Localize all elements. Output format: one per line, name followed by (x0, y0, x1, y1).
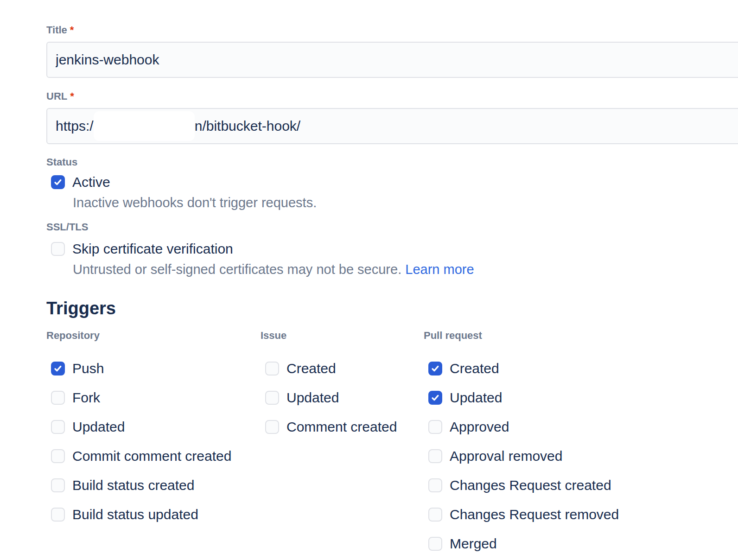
active-checkbox-row[interactable]: Active (46, 173, 738, 191)
issue-column: Issue Created Updated Comment created (261, 330, 424, 560)
repository-fork-label: Fork (72, 389, 100, 406)
repository-fork-checkbox[interactable] (51, 391, 65, 405)
repository-push-label: Push (72, 360, 104, 377)
pull-request-created-row[interactable]: Created (424, 360, 738, 377)
repository-build-status-created-checkbox[interactable] (51, 478, 65, 492)
pull-request-approval-removed-checkbox[interactable] (428, 449, 442, 463)
pull-request-approved-checkbox[interactable] (428, 420, 442, 434)
title-input[interactable] (46, 42, 738, 78)
issue-comment-created-checkbox[interactable] (265, 420, 279, 434)
repository-commit-comment-created-checkbox[interactable] (51, 449, 65, 463)
pull-request-merged-row[interactable]: Merged (424, 535, 738, 553)
repository-fork-row[interactable]: Fork (46, 389, 261, 407)
title-label-text: Title (46, 25, 67, 36)
pull-request-column: Pull request Created Updated Approved (424, 330, 738, 560)
redacted-url-segment (94, 111, 195, 141)
issue-updated-label: Updated (286, 389, 339, 406)
pull-request-changes-request-removed-label: Changes Request removed (450, 506, 619, 523)
skip-cert-verification-label: Skip certificate verification (72, 241, 233, 257)
issue-updated-checkbox[interactable] (265, 391, 279, 405)
repository-updated-label: Updated (72, 419, 125, 435)
status-helper-text: Inactive webhooks don't trigger requests… (46, 195, 738, 210)
pull-request-updated-checkbox[interactable] (428, 391, 442, 405)
pull-request-updated-label: Updated (450, 389, 502, 406)
pull-request-changes-request-removed-checkbox[interactable] (428, 508, 442, 522)
issue-comment-created-row[interactable]: Comment created (261, 418, 424, 436)
url-label: URL * (46, 91, 738, 102)
repository-build-status-updated-row[interactable]: Build status updated (46, 506, 261, 523)
repository-updated-checkbox[interactable] (51, 420, 65, 434)
url-field-group: URL * https:/ n/bitbucket-hook/ (46, 91, 738, 144)
url-value-suffix: n/bitbucket-hook/ (195, 118, 300, 134)
repository-build-status-created-row[interactable]: Build status created (46, 477, 261, 494)
ssl-helper-text: Untrusted or self-signed certificates ma… (46, 261, 738, 277)
repository-commit-comment-created-row[interactable]: Commit comment created (46, 447, 261, 465)
pull-request-created-checkbox[interactable] (428, 362, 442, 375)
checkmark-icon (431, 364, 440, 373)
pull-request-approved-row[interactable]: Approved (424, 418, 738, 436)
pull-request-merged-label: Merged (450, 535, 497, 552)
repository-build-status-updated-checkbox[interactable] (51, 508, 65, 522)
issue-created-row[interactable]: Created (261, 360, 424, 377)
ssl-tls-section: SSL/TLS Skip certificate verification Un… (46, 222, 738, 277)
triggers-grid: Repository Push Fork Updated (46, 330, 738, 560)
url-required-asterisk: * (70, 91, 74, 102)
checkmark-icon (53, 178, 63, 187)
repository-push-row[interactable]: Push (46, 360, 261, 377)
url-label-text: URL (46, 91, 67, 102)
repository-commit-comment-created-label: Commit comment created (72, 448, 231, 465)
url-input[interactable]: https:/ n/bitbucket-hook/ (46, 108, 738, 144)
issue-column-header: Issue (261, 330, 424, 341)
ssl-tls-label: SSL/TLS (46, 222, 738, 233)
repository-build-status-created-label: Build status created (72, 477, 194, 494)
checkmark-icon (431, 393, 440, 402)
skip-cert-verification-row[interactable]: Skip certificate verification (46, 240, 738, 258)
issue-comment-created-label: Comment created (286, 419, 397, 435)
pull-request-created-label: Created (450, 360, 499, 377)
title-required-asterisk: * (70, 25, 74, 36)
pull-request-updated-row[interactable]: Updated (424, 389, 738, 407)
ssl-helper-sentence: Untrusted or self-signed certificates ma… (73, 262, 401, 277)
pull-request-changes-request-removed-row[interactable]: Changes Request removed (424, 506, 738, 523)
checkmark-icon (53, 364, 63, 373)
issue-created-label: Created (286, 360, 336, 377)
pull-request-approval-removed-label: Approval removed (450, 448, 562, 465)
title-label: Title * (46, 25, 738, 36)
status-label: Status (46, 157, 738, 168)
pull-request-approval-removed-row[interactable]: Approval removed (424, 447, 738, 465)
active-checkbox[interactable] (51, 175, 65, 189)
pull-request-merged-checkbox[interactable] (428, 537, 442, 551)
pull-request-approved-label: Approved (450, 419, 509, 435)
issue-updated-row[interactable]: Updated (261, 389, 424, 407)
active-checkbox-label: Active (72, 174, 110, 191)
issue-created-checkbox[interactable] (265, 362, 279, 375)
pull-request-changes-request-created-label: Changes Request created (450, 477, 611, 494)
status-section: Status Active Inactive webhooks don't tr… (46, 157, 738, 210)
pull-request-changes-request-created-row[interactable]: Changes Request created (424, 477, 738, 494)
repository-column-header: Repository (46, 330, 261, 341)
skip-cert-verification-checkbox[interactable] (51, 242, 65, 256)
repository-build-status-updated-label: Build status updated (72, 506, 198, 523)
repository-updated-row[interactable]: Updated (46, 418, 261, 436)
title-field-group: Title * (46, 25, 738, 78)
pull-request-column-header: Pull request (424, 330, 738, 341)
repository-column: Repository Push Fork Updated (46, 330, 261, 560)
webhook-settings-form: Title * URL * https:/ n/bitbucket-hook/ … (0, 0, 738, 560)
pull-request-changes-request-created-checkbox[interactable] (428, 478, 442, 492)
repository-push-checkbox[interactable] (51, 362, 65, 375)
learn-more-link[interactable]: Learn more (405, 262, 474, 277)
triggers-heading: Triggers (46, 298, 738, 319)
url-value-prefix: https:/ (56, 118, 94, 134)
